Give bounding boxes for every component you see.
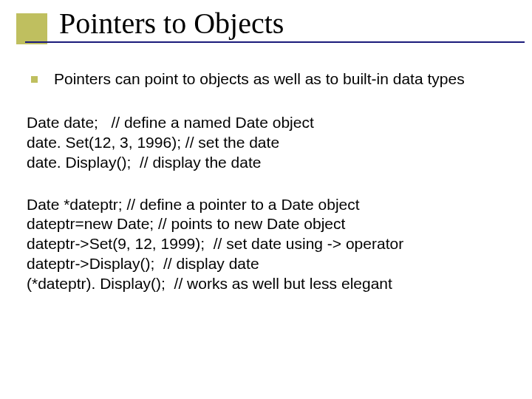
code-line: date. Display(); // display the date	[27, 153, 505, 173]
code-line: dateptr=new Date; // points to new Date …	[27, 214, 505, 234]
code-line: (*dateptr). Display(); // works as well …	[27, 274, 505, 294]
code-line: dateptr->Display(); // display date	[27, 254, 505, 274]
title-underline	[25, 41, 525, 43]
code-block-1: Date date; // define a named Date object…	[27, 113, 505, 173]
code-line: Date date; // define a named Date object	[27, 113, 505, 133]
slide-title: Pointers to Objects	[0, 7, 532, 40]
bullet-text: Pointers can point to objects as well as…	[54, 69, 505, 89]
title-area: Pointers to Objects	[0, 0, 532, 49]
square-bullet-icon	[31, 76, 38, 83]
slide: Pointers to Objects Pointers can point t…	[0, 0, 532, 399]
code-block-2: Date *dateptr; // define a pointer to a …	[27, 195, 505, 294]
slide-content: Pointers can point to objects as well as…	[0, 49, 532, 294]
code-line: Date *dateptr; // define a pointer to a …	[27, 195, 505, 215]
code-line: dateptr->Set(9, 12, 1999); // set date u…	[27, 234, 505, 254]
bullet-item: Pointers can point to objects as well as…	[27, 69, 505, 89]
code-line: date. Set(12, 3, 1996); // set the date	[27, 133, 505, 153]
